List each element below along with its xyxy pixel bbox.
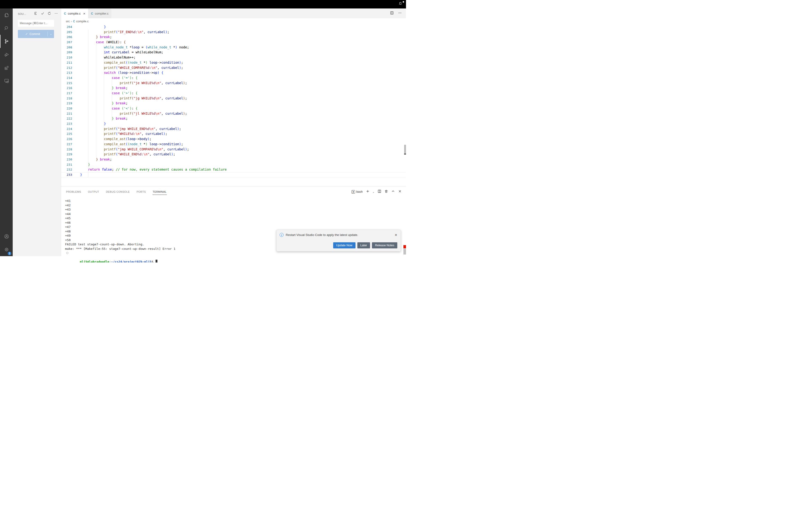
code-line[interactable]: 211 compile_ast((node_t *) loop->conditi… (61, 60, 406, 65)
commit-check-icon[interactable] (41, 12, 44, 16)
code-line[interactable]: 216 } break; (61, 86, 406, 91)
update-now-button[interactable]: Update Now (333, 242, 355, 249)
kill-terminal-trash-icon[interactable] (384, 190, 388, 194)
terminal-cursor (155, 260, 157, 262)
chevron-right-icon: › (71, 20, 72, 23)
code-text: case ('<'): { (80, 106, 137, 111)
close-tab-icon[interactable]: × (83, 12, 85, 15)
code-line[interactable]: 218 printf("jg WHILE%d\n", currLabel); (61, 96, 406, 101)
token: ; (126, 86, 127, 90)
code-line[interactable]: 230 } break; (61, 157, 406, 162)
code-line[interactable]: 232 return false; // for now, every stat… (61, 167, 406, 172)
line-number: 209 (61, 50, 80, 55)
code-editor[interactable]: 204 }205 printf("IF_END%d:\n", currLabel… (61, 25, 406, 186)
token: %d (153, 147, 157, 151)
run-debug-icon[interactable] (0, 48, 13, 61)
code-line[interactable]: 221 printf("jl WHILE%d\n", currLabel); (61, 111, 406, 116)
token: ) (175, 45, 177, 49)
accounts-icon[interactable] (0, 230, 13, 243)
more-actions-icon[interactable] (54, 12, 58, 16)
editor-scrollbar-thumb[interactable] (404, 145, 406, 153)
refresh-icon[interactable] (47, 12, 51, 16)
editor-tab-compile.c[interactable]: Ccompile.c× (61, 9, 88, 18)
notifications-bell-item[interactable] (397, 2, 404, 5)
token: printf (104, 30, 116, 34)
code-text: compile_ast((node_t *) loop->condition); (80, 142, 183, 147)
code-line[interactable]: 228 printf("jmp WHILE_COMPARE%d\n", curr… (61, 147, 406, 152)
code-text: } (80, 121, 106, 126)
extensions-icon[interactable] (0, 61, 13, 74)
code-line[interactable]: 225 printf("WHILE%d:\n", currLabel); (61, 131, 406, 137)
code-line[interactable]: 213 switch (loop->condition->op) { (61, 70, 406, 75)
code-line[interactable]: 214 case ('='): { (61, 75, 406, 80)
update-notification: i Restart Visual Studio Code to apply th… (276, 229, 401, 252)
line-number: 221 (61, 111, 80, 116)
source-control-icon[interactable] (0, 35, 13, 48)
command-decoration-icon[interactable] (66, 252, 68, 254)
code-line[interactable]: 208 while_node_t *loop = (while_node_t *… (61, 45, 406, 50)
code-line[interactable]: 215 printf("je WHILE%d\n", currLabel); (61, 80, 406, 86)
code-line[interactable]: 209 int currLabel = whileLabelNum; (61, 50, 406, 55)
code-line[interactable]: 231 } (61, 162, 406, 167)
panel-tab-ports[interactable]: PORTS (136, 189, 146, 195)
token: } (104, 25, 106, 29)
code-line[interactable]: 222 } break; (61, 116, 406, 121)
breadcrumb-folder[interactable]: src (66, 20, 70, 23)
more-editor-actions-icon[interactable] (398, 11, 402, 16)
shell-chip[interactable]: ❯ bash (352, 190, 363, 194)
commit-message-input[interactable] (18, 20, 54, 27)
commit-dropdown-chevron-icon[interactable]: ⌄ (48, 30, 54, 38)
release-notes-button[interactable]: Release Notes (372, 242, 397, 249)
code-line[interactable]: 233} (61, 172, 406, 177)
token: compile_ast (104, 142, 126, 146)
code-line[interactable]: 219 } break; (61, 101, 406, 106)
split-editor-icon[interactable] (390, 11, 394, 16)
editor-tab-compiler.c[interactable]: Ccompiler.c (88, 9, 111, 18)
token (80, 158, 96, 161)
explorer-icon[interactable] (0, 9, 13, 21)
later-button[interactable]: Later (357, 242, 370, 249)
panel-tab-terminal[interactable]: TERMINAL (153, 189, 167, 195)
code-line[interactable]: 206 } break; (61, 34, 406, 40)
remote-explorer-icon[interactable] (0, 74, 13, 87)
commit-button[interactable]: ✓ Commit ⌄ (18, 30, 54, 38)
code-line[interactable]: 227 compile_ast((node_t *) loop->conditi… (61, 142, 406, 147)
panel-tab-problems[interactable]: PROBLEMS (66, 189, 81, 195)
code-line[interactable]: 205 printf("IF_END%d:\n", currLabel); (61, 30, 406, 35)
code-line[interactable]: 217 case ('>'): { (61, 91, 406, 96)
code-line[interactable]: 210 whileLabelNum++; (61, 55, 406, 60)
code-line[interactable]: 204 } (61, 25, 406, 30)
token (80, 45, 104, 49)
settings-gear-icon[interactable]: 1 (0, 243, 13, 256)
code-line[interactable]: 223 } (61, 121, 406, 126)
token: %d (137, 152, 141, 156)
breadcrumb-file[interactable]: compile.c (76, 20, 89, 23)
token: \n (143, 152, 148, 156)
code-line[interactable]: 226 compile_ast(loop->body); (61, 137, 406, 142)
close-panel-icon[interactable] (398, 190, 402, 194)
token: ) (130, 106, 132, 110)
code-line[interactable]: 229 printf("WHILE_END%d:\n", currLabel); (61, 152, 406, 157)
close-notification-icon[interactable]: ✕ (395, 233, 397, 237)
maximize-panel-chevron-icon[interactable] (391, 190, 395, 194)
split-terminal-icon[interactable] (378, 190, 381, 194)
terminal-line: +41 (65, 199, 406, 203)
code-line[interactable]: 220 case ('<'): { (61, 106, 406, 111)
panel-tab-output[interactable]: OUTPUT (88, 189, 99, 195)
tab-label: compiler.c (95, 12, 109, 15)
terminal-scrollbar-thumb[interactable] (403, 249, 406, 255)
code-line[interactable]: 212 printf("WHILE_COMPARE%d:\n", currLab… (61, 65, 406, 71)
view-as-tree-icon[interactable] (34, 12, 37, 16)
token: compile_ast (104, 137, 126, 141)
token: -> (127, 71, 132, 75)
panel-tab-debug-console[interactable]: DEBUG CONSOLE (106, 189, 130, 195)
token: , (143, 30, 148, 34)
new-terminal-icon[interactable] (366, 190, 370, 194)
code-line[interactable]: 207 case (WHILE): { (61, 40, 406, 45)
code-line[interactable]: 224 printf("jmp WHILE_END%d\n", currLabe… (61, 126, 406, 132)
terminal-dropdown-chevron-icon[interactable]: ⌄ (373, 191, 374, 193)
token (80, 111, 120, 115)
token: // for now, every statement causes a com… (116, 168, 227, 171)
search-icon[interactable] (0, 21, 13, 35)
code-text: } (80, 172, 82, 177)
